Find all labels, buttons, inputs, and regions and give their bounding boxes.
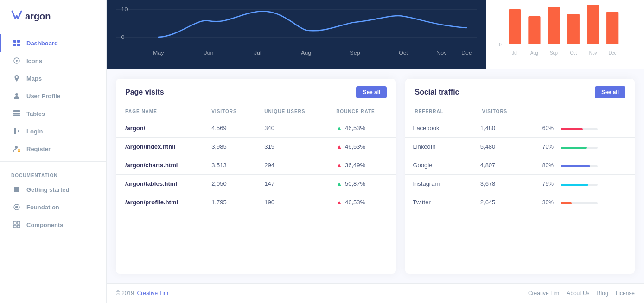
footer-link-creative-tim[interactable]: Creative Tim: [528, 290, 559, 297]
svg-rect-34: [567, 14, 580, 44]
bounce-rate-value: 46,53%: [345, 199, 365, 206]
progress-bar: [561, 184, 588, 186]
list-item: Instagram 3,678 75%: [405, 175, 635, 193]
progress-bar: [561, 165, 590, 167]
footer: © 2019 Creative Tim Creative Tim About U…: [107, 283, 644, 303]
logo: argon: [0, 0, 106, 31]
svg-text:Oct: Oct: [570, 50, 577, 56]
sidebar-item-components-label: Components: [26, 221, 63, 228]
chart-area: 10 0 May Jun Jul Aug Sep Oct Nov Dec 0: [107, 0, 644, 69]
social-traffic-see-all-button[interactable]: See all: [595, 86, 625, 98]
bounce-rate-cell: ▲ 46,53%: [327, 193, 396, 212]
svg-text:Aug: Aug: [530, 50, 538, 56]
progress-bar-container: [561, 202, 598, 204]
logo-text: argon: [25, 11, 51, 22]
svg-text:May: May: [153, 50, 164, 56]
sidebar-item-maps-label: Maps: [26, 75, 42, 82]
svg-text:0: 0: [121, 34, 124, 40]
page-visits-table: PAGE NAME VISITORS UNIQUE USERS BOUNCE R…: [116, 104, 396, 211]
unique-users-cell: 147: [255, 175, 327, 193]
footer-link-blog[interactable]: Blog: [597, 290, 608, 297]
trend-arrow-icon: ▲: [336, 199, 342, 206]
progress-cell: 80%: [535, 156, 635, 175]
page-name-cell: /argon/: [116, 119, 202, 138]
page-visits-see-all-button[interactable]: See all: [356, 86, 387, 98]
sidebar-item-tables[interactable]: Tables: [0, 105, 106, 122]
referral-cell: Facebook: [405, 119, 472, 138]
sidebar-divider: [0, 161, 106, 162]
doc-section-label: DOCUMENTATION: [0, 165, 106, 181]
svg-rect-0: [13, 40, 16, 43]
social-visitors-cell: 5,480: [473, 138, 535, 156]
progress-cell: 60%: [535, 119, 635, 138]
sidebar-item-login[interactable]: Login: [0, 122, 106, 140]
svg-text:Dec: Dec: [609, 50, 617, 56]
page-name-cell: /argon/index.html: [116, 138, 202, 156]
svg-rect-16: [13, 225, 16, 228]
sidebar-item-icons[interactable]: Icons: [0, 52, 106, 69]
svg-text:Oct: Oct: [399, 50, 408, 56]
sidebar-item-dashboard[interactable]: Dashboard: [0, 34, 106, 52]
svg-rect-33: [548, 7, 560, 44]
social-traffic-header: Social traffic See all: [405, 79, 635, 104]
login-icon: [13, 127, 21, 135]
progress-bar-container: [561, 165, 598, 167]
footer-link-license[interactable]: License: [616, 290, 635, 297]
list-item: Facebook 1,480 60%: [405, 119, 635, 138]
svg-text:Sep: Sep: [350, 50, 360, 56]
sidebar: argon Dashboard Icons: [0, 0, 107, 303]
svg-text:0: 0: [499, 42, 502, 47]
visitors-cell: 2,050: [202, 175, 255, 193]
svg-point-5: [16, 60, 18, 62]
bounce-rate-cell: ▲ 50,87%: [327, 175, 396, 193]
col-unique-users: UNIQUE USERS: [255, 104, 327, 119]
social-traffic-card: Social traffic See all REFERRAL VISITORS…: [405, 79, 635, 274]
page-visits-title: Page visits: [125, 88, 164, 96]
unique-users-cell: 294: [255, 156, 327, 175]
table-row: /argon/index.html 3,985 319 ▲ 46,53%: [116, 138, 396, 156]
trend-arrow-icon: ▲: [336, 125, 342, 132]
copyright: © 2019 Creative Tim: [116, 290, 168, 297]
maps-icon: [13, 74, 21, 82]
sidebar-item-components[interactable]: Components: [0, 216, 106, 234]
sidebar-item-getting-started-label: Getting started: [26, 186, 69, 193]
svg-rect-32: [528, 16, 540, 44]
footer-link-about-us[interactable]: About Us: [567, 290, 589, 297]
social-visitors-cell: 2,645: [473, 193, 535, 212]
bar-chart-area: 0 Jul Aug Sep Oct Nov Dec: [486, 0, 644, 69]
svg-point-6: [15, 93, 18, 96]
progress-bar-container: [561, 147, 598, 149]
social-visitors-cell: 3,678: [473, 175, 535, 193]
line-chart-svg: 10 0 May Jun Jul Aug Sep Oct Nov Dec: [116, 0, 477, 60]
pct-label: 30%: [542, 199, 559, 206]
page-visits-header: Page visits See all: [116, 79, 396, 104]
col-page-name: PAGE NAME: [116, 104, 202, 119]
progress-cell: 30%: [535, 193, 635, 212]
svg-text:Dec: Dec: [461, 50, 472, 56]
svg-text:Jul: Jul: [512, 50, 517, 56]
copyright-link[interactable]: Creative Tim: [137, 290, 168, 297]
svg-text:Nov: Nov: [589, 50, 597, 56]
sidebar-item-foundation[interactable]: Foundation: [0, 198, 106, 216]
svg-rect-14: [13, 221, 16, 224]
page-name-cell: /argon/charts.html: [116, 156, 202, 175]
sidebar-item-foundation-label: Foundation: [26, 204, 59, 211]
sidebar-item-getting-started[interactable]: Getting started: [0, 181, 106, 198]
visitors-cell: 4,569: [202, 119, 255, 138]
svg-rect-1: [17, 40, 20, 43]
svg-rect-36: [606, 12, 618, 44]
sidebar-item-maps[interactable]: Maps: [0, 69, 106, 87]
trend-arrow-icon: ▲: [336, 143, 342, 150]
bounce-rate-value: 46,53%: [345, 143, 365, 150]
sidebar-item-user-profile[interactable]: User Profile: [0, 87, 106, 105]
sidebar-item-register[interactable]: Register: [0, 140, 106, 158]
cards-section: Page visits See all PAGE NAME VISITORS U…: [107, 69, 644, 283]
table-row: /argon/profile.html 1,795 190 ▲ 46,53%: [116, 193, 396, 212]
dashboard-icon: [13, 39, 21, 47]
referral-cell: LinkedIn: [405, 138, 472, 156]
svg-text:Nov: Nov: [436, 50, 446, 56]
visitors-cell: 1,795: [202, 193, 255, 212]
sidebar-item-dashboard-label: Dashboard: [26, 40, 58, 47]
foundation-icon: [13, 203, 21, 211]
line-chart-area: 10 0 May Jun Jul Aug Sep Oct Nov Dec: [107, 0, 486, 69]
